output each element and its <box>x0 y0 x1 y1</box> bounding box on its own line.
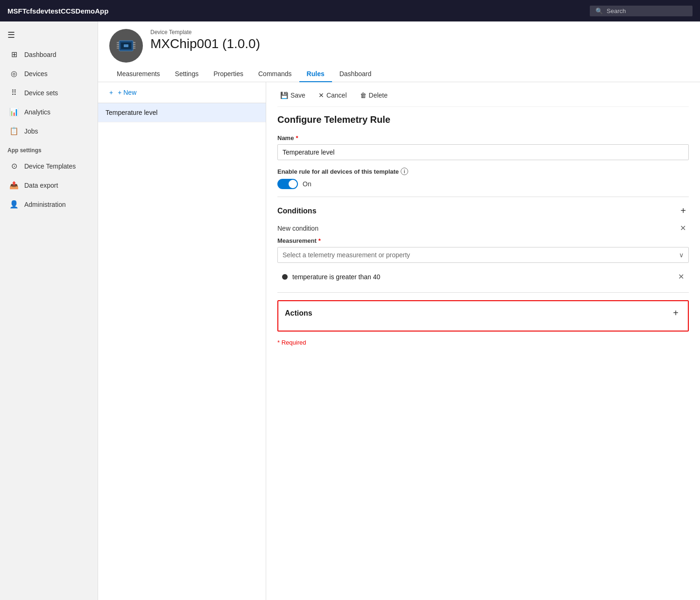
tab-settings[interactable]: Settings <box>168 66 206 82</box>
sidebar-item-label: Devices <box>24 70 48 78</box>
data-export-icon: 📤 <box>9 181 19 190</box>
sidebar-item-label: Analytics <box>24 108 50 116</box>
measurement-label: Measurement * <box>277 237 689 244</box>
device-template-label: Device Template <box>150 29 260 35</box>
required-note: * Required <box>277 339 689 346</box>
device-name: MXChip001 (1.0.0) <box>150 36 260 51</box>
tab-commands[interactable]: Commands <box>251 66 299 82</box>
remove-condition-button[interactable]: ✕ <box>678 272 684 281</box>
name-required-star: * <box>296 134 298 141</box>
search-icon: 🔍 <box>595 7 603 14</box>
name-form-group: Name * <box>277 134 689 160</box>
content-area: Device Template MXChip001 (1.0.0) Measur… <box>98 21 700 600</box>
analytics-icon: 📊 <box>9 107 19 116</box>
name-label: Name * <box>277 134 689 141</box>
enable-rule-label: Enable rule for all devices of this temp… <box>277 168 689 175</box>
enable-rule-group: Enable rule for all devices of this temp… <box>277 168 689 189</box>
add-action-button[interactable]: + <box>670 307 681 319</box>
add-condition-button[interactable]: + <box>678 205 689 217</box>
sidebar-item-label: Administration <box>24 201 66 208</box>
hamburger-button[interactable]: ☰ <box>0 25 98 45</box>
device-sets-icon: ⠿ <box>9 88 19 97</box>
dashboard-icon: ⊞ <box>9 50 19 59</box>
sidebar-item-analytics[interactable]: 📊 Analytics <box>2 103 96 121</box>
device-avatar <box>109 29 143 63</box>
divider-1 <box>277 197 689 197</box>
device-avatar-image <box>114 34 138 57</box>
sidebar-item-label: Device sets <box>24 89 58 97</box>
main-layout: ☰ ⊞ Dashboard ◎ Devices ⠿ Device sets 📊 … <box>0 21 700 600</box>
right-panel: 💾 Save ✕ Cancel 🗑 Delete Configure Telem… <box>266 82 700 600</box>
sidebar-item-devices[interactable]: ◎ Devices <box>2 64 96 83</box>
left-panel-toolbar: + + New <box>98 82 266 103</box>
actions-section-header: Actions + <box>285 307 681 319</box>
search-placeholder: Search <box>607 7 626 14</box>
new-condition-label: New condition <box>277 225 318 232</box>
sidebar-item-administration[interactable]: 👤 Administration <box>2 195 96 213</box>
device-info: Device Template MXChip001 (1.0.0) <box>150 29 260 51</box>
plus-icon: + <box>109 89 113 96</box>
toggle-row: On <box>277 179 689 189</box>
devices-icon: ◎ <box>9 69 19 78</box>
actions-section: Actions + <box>277 300 689 332</box>
measurement-required-star: * <box>318 237 321 244</box>
sidebar-item-jobs[interactable]: 📋 Jobs <box>2 122 96 140</box>
actions-title: Actions <box>285 309 312 318</box>
tab-dashboard[interactable]: Dashboard <box>332 66 379 82</box>
new-button-label: + New <box>118 89 136 96</box>
app-title: MSFTcfsdevtestCCSDemoApp <box>7 7 108 15</box>
enable-toggle[interactable] <box>277 179 298 189</box>
jobs-icon: 📋 <box>9 127 19 135</box>
cancel-button[interactable]: ✕ Cancel <box>316 90 350 101</box>
condition-tag: temperature is greater than 40 ✕ <box>277 268 689 285</box>
panels: + + New Temperature level 💾 Save <box>98 82 700 600</box>
conditions-title: Conditions <box>277 207 317 215</box>
topbar: MSFTcfsdevtestCCSDemoApp 🔍 Search <box>0 0 700 21</box>
delete-button[interactable]: 🗑 Delete <box>357 90 390 101</box>
condition-text: temperature is greater than 40 <box>292 273 673 281</box>
sidebar-item-label: Jobs <box>24 127 38 135</box>
new-rule-button[interactable]: + + New <box>106 87 140 98</box>
measurement-placeholder: Select a telemetry measurement or proper… <box>283 251 410 259</box>
new-condition-header: New condition ✕ <box>277 223 689 233</box>
sidebar-item-dashboard[interactable]: ⊞ Dashboard <box>2 45 96 64</box>
delete-icon: 🗑 <box>360 92 367 99</box>
toggle-on-label: On <box>303 180 311 188</box>
sidebar-item-label: Dashboard <box>24 51 57 58</box>
search-bar[interactable]: 🔍 Search <box>590 6 693 16</box>
tab-properties[interactable]: Properties <box>206 66 251 82</box>
name-input[interactable] <box>277 144 689 160</box>
sidebar-item-device-templates[interactable]: ⊙ Device Templates <box>2 157 96 175</box>
condition-dot <box>282 274 288 280</box>
form-title: Configure Telemetry Rule <box>277 114 689 125</box>
divider-2 <box>277 292 689 293</box>
tab-rules[interactable]: Rules <box>299 66 332 82</box>
sidebar-item-data-export[interactable]: 📤 Data export <box>2 176 96 194</box>
left-panel: + + New Temperature level <box>98 82 266 600</box>
save-icon: 💾 <box>280 92 288 99</box>
conditions-section-header: Conditions + <box>277 205 689 217</box>
save-button[interactable]: 💾 Save <box>277 90 308 101</box>
device-tabs: Measurements Settings Properties Command… <box>109 66 689 82</box>
close-condition-button[interactable]: ✕ <box>677 223 689 233</box>
sidebar-item-label: Data export <box>24 182 58 189</box>
rule-name: Temperature level <box>106 109 157 116</box>
right-toolbar: 💾 Save ✕ Cancel 🗑 Delete <box>277 90 689 107</box>
cancel-icon: ✕ <box>318 92 324 99</box>
administration-icon: 👤 <box>9 200 19 209</box>
app-settings-section-label: App settings <box>0 141 98 156</box>
measurement-dropdown[interactable]: Select a telemetry measurement or proper… <box>277 247 689 263</box>
device-header: Device Template MXChip001 (1.0.0) Measur… <box>98 21 700 82</box>
info-icon: i <box>401 168 408 175</box>
device-templates-icon: ⊙ <box>9 162 19 170</box>
sidebar: ☰ ⊞ Dashboard ◎ Devices ⠿ Device sets 📊 … <box>0 21 98 600</box>
chevron-down-icon: ∨ <box>679 251 684 259</box>
svg-rect-11 <box>124 44 128 47</box>
rule-list-item[interactable]: Temperature level <box>98 103 266 122</box>
sidebar-item-label: Device Templates <box>24 162 76 170</box>
tab-measurements[interactable]: Measurements <box>109 66 168 82</box>
sidebar-item-device-sets[interactable]: ⠿ Device sets <box>2 84 96 102</box>
